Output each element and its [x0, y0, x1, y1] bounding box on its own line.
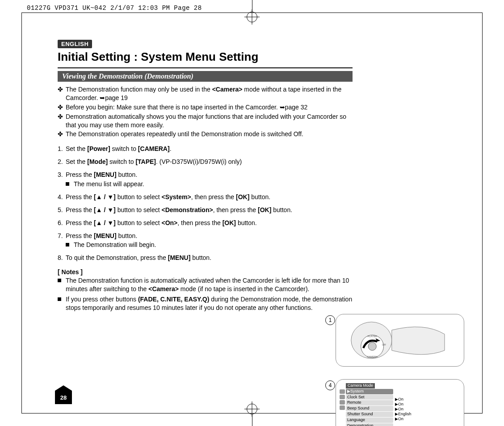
figure-4: 4 Camera Mode ▶System Clock SetRemoteBe: [336, 379, 464, 426]
step-item: Press the [MENU] button.The menu list wi…: [58, 171, 353, 188]
step-item: Press the [▲ / ▼] button to select <Demo…: [58, 206, 353, 214]
section-heading: Viewing the Demonstration (Demonstration…: [58, 71, 353, 82]
figure-4-number: 4: [325, 380, 335, 390]
osd-icon: [340, 400, 345, 405]
osd-menu-value: [395, 393, 460, 397]
osd-menu-item: Shutter Sound: [346, 412, 393, 417]
osd-menu-value: ▶On: [395, 417, 460, 422]
note-item: If you press other buttons (FADE, C.NITE…: [58, 295, 353, 312]
svg-text:PLAYER: PLAYER: [368, 335, 377, 338]
osd-menu-item: Remote: [346, 400, 393, 405]
note-item: The Demonstration function is automatica…: [58, 276, 353, 293]
step-item: To quit the Demonstration, press the [ME…: [58, 254, 353, 262]
svg-text:CAMERA: CAMERA: [367, 355, 378, 358]
osd-icon: [340, 395, 345, 399]
steps-list: Set the [Power] switch to [CAMERA].Set t…: [58, 145, 353, 262]
osd-menu-value: ▶English: [395, 412, 460, 417]
osd-menu-value: ▶On: [395, 402, 460, 407]
intro-bullet: The Demonstration function may only be u…: [58, 85, 353, 102]
step-item: Set the [Power] switch to [CAMERA].: [58, 145, 353, 153]
figure-1-number: 1: [325, 315, 335, 325]
camcorder-illustration: PLAYER OFF CAMERA: [340, 318, 460, 363]
language-badge: ENGLISH: [58, 40, 92, 48]
osd-menu-item: Beep Sound: [346, 406, 393, 411]
osd-menu-item: Demonstration: [346, 423, 393, 426]
step-sub-item: The Demonstration will begin.: [66, 241, 353, 249]
crop-header: 01227G VPD371 UK~042 2/1/07 12:03 PM Pag…: [27, 4, 202, 12]
osd-icon: [340, 405, 345, 410]
step-item: Set the [Mode] switch to [TAPE]. (VP-D37…: [58, 158, 353, 166]
osd-icon-column: [340, 383, 346, 426]
svg-text:OFF: OFF: [382, 344, 386, 346]
step-item: Press the [MENU] button.The Demonstratio…: [58, 232, 353, 250]
intro-bullet: The Demonstration operates repeatedly un…: [58, 130, 353, 138]
intro-bullet-list: The Demonstration function may only be u…: [58, 85, 353, 138]
page-title: Initial Setting : System Menu Setting: [58, 50, 353, 64]
osd-mode-title: Camera Mode: [346, 383, 375, 388]
notes-heading: [ Notes ]: [58, 268, 353, 276]
osd-menu-value: ▶On: [395, 407, 460, 412]
osd-menu-value: ▶On: [395, 397, 460, 402]
intro-bullet: Before you begin: Make sure that there i…: [58, 103, 353, 112]
osd-section-header: ▶System: [346, 389, 393, 394]
figure-1: 1 PLAYER OFF CAMERA: [336, 314, 464, 367]
step-item: Press the [▲ / ▼] button to select <Syst…: [58, 193, 353, 201]
step-sub-item: The menu list will appear.: [66, 180, 353, 188]
notes-list: The Demonstration function is automatica…: [58, 276, 353, 312]
osd-menu-item: Clock Set: [346, 395, 393, 400]
osd-menu-item: Language: [346, 418, 393, 423]
title-rule: [58, 67, 353, 68]
step-item: Press the [▲ / ▼] button to select <On>,…: [58, 219, 353, 227]
osd-icon: [340, 389, 345, 394]
svg-point-2: [368, 342, 376, 350]
intro-bullet: Demonstration automatically shows you th…: [58, 113, 353, 129]
